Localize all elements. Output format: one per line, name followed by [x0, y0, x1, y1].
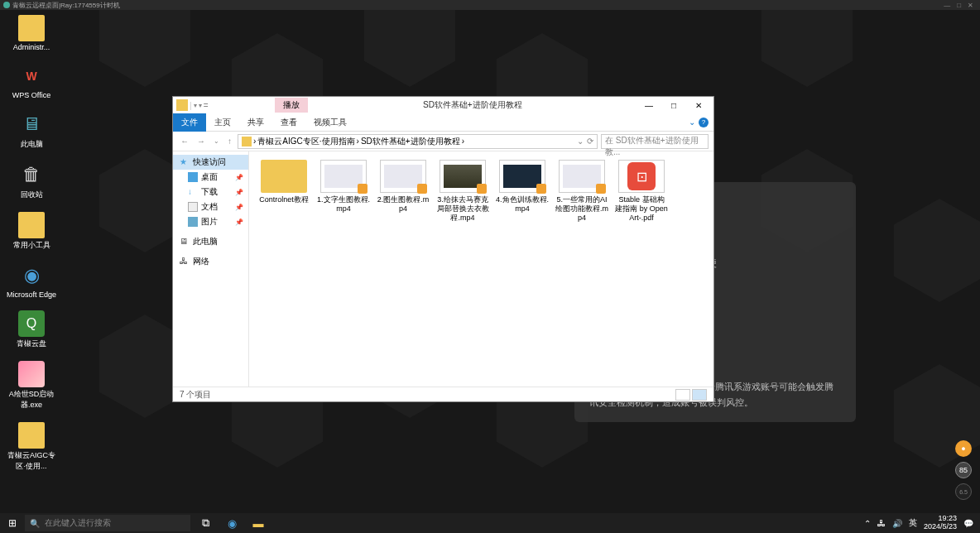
- file-item[interactable]: ⊡Stable 基础构建指南 by OpenArt-.pdf: [613, 158, 670, 223]
- minimize-button[interactable]: —: [637, 101, 661, 110]
- nav-up-button[interactable]: ↑: [225, 137, 234, 146]
- crumb-dropdown-icon[interactable]: ⌄: [577, 137, 584, 146]
- desktop-icon-label: 青椒云盘: [17, 339, 46, 349]
- desktop-icon: [188, 172, 198, 182]
- help-icon[interactable]: ?: [699, 118, 709, 127]
- sidebar-item-desktop[interactable]: 桌面📌: [173, 170, 248, 185]
- explorer-titlebar[interactable]: | ▾ ▾ = 播放 SD软件基础+进阶使用教程 — □ ✕: [173, 97, 713, 113]
- desktop-icon-label: Administr...: [13, 43, 50, 51]
- file-name: 2.图生图教程.mp4: [377, 195, 430, 214]
- taskbar-clock[interactable]: 19:23 2024/5/23: [924, 515, 957, 531]
- ime-indicator[interactable]: 英: [909, 517, 917, 529]
- side-badges: ● 85 6.5: [955, 440, 972, 500]
- file-list[interactable]: Controlnet教程1.文字生图教程.mp42.图生图教程.mp43.给抹去…: [249, 151, 713, 387]
- tab-video-tools[interactable]: 视频工具: [305, 113, 355, 132]
- sidebar-item-pictures[interactable]: 图片📌: [173, 214, 248, 229]
- taskbar-search-input[interactable]: 🔍 在此键入进行搜索: [25, 515, 190, 531]
- tray-volume-icon[interactable]: 🔊: [892, 519, 902, 528]
- folder-icon: [242, 137, 252, 146]
- desktop-icon[interactable]: 🖥此电脑: [5, 111, 58, 150]
- remote-min-icon[interactable]: —: [944, 2, 950, 9]
- sidebar-this-pc[interactable]: 🖥此电脑: [173, 234, 248, 249]
- pin-icon: 📌: [235, 189, 243, 196]
- folder-icon: [261, 160, 307, 193]
- search-input[interactable]: 在 SD软件基础+进阶使用教...: [601, 134, 709, 149]
- pc-icon: 🖥: [180, 237, 190, 247]
- desktop-icon-label: 回收站: [21, 190, 43, 200]
- start-button[interactable]: ⊞: [0, 517, 25, 529]
- refresh-icon[interactable]: ⟳: [587, 137, 593, 146]
- ribbon-expand-icon[interactable]: ⌄: [689, 118, 695, 127]
- view-details-button[interactable]: [675, 389, 690, 401]
- file-item[interactable]: 3.给抹去马赛克局部替换去衣教程.mp4: [435, 158, 491, 223]
- action-center-icon[interactable]: 💬: [963, 519, 973, 528]
- desktop-icon-grid: Administr...WWPS Office🖥此电脑🗑回收站常用小工具◉Mic…: [5, 15, 58, 472]
- desktop-icon[interactable]: WWPS Office: [5, 63, 58, 99]
- maximize-button[interactable]: □: [662, 101, 685, 110]
- desktop-icon[interactable]: Administr...: [5, 15, 58, 51]
- close-button[interactable]: ✕: [687, 101, 710, 110]
- taskbar-explorer-icon[interactable]: ▬: [247, 517, 270, 530]
- play-contextual-tab[interactable]: 播放: [275, 98, 308, 113]
- desktop-icon[interactable]: A绘世SD启动器.exe: [5, 361, 58, 411]
- anime-icon: [18, 361, 45, 387]
- crumb-sep: ›: [357, 137, 359, 146]
- badge-orange[interactable]: ●: [955, 440, 972, 457]
- qat-overflow[interactable]: =: [204, 101, 209, 110]
- remote-max-icon[interactable]: □: [957, 2, 961, 9]
- tray-overflow-icon[interactable]: ⌃: [864, 519, 871, 528]
- status-bar: 7 个项目: [173, 387, 713, 401]
- pc-icon: 🖥: [18, 111, 45, 137]
- tab-view[interactable]: 查看: [272, 113, 305, 132]
- qat-dropdown-icon[interactable]: ▾ ▾: [194, 102, 202, 109]
- file-item[interactable]: Controlnet教程: [256, 158, 312, 223]
- file-item[interactable]: 2.图生图教程.mp4: [375, 158, 431, 223]
- file-name: 3.给抹去马赛克局部替换去衣教程.mp4: [436, 195, 489, 222]
- sidebar-item-documents[interactable]: 文档📌: [173, 199, 248, 214]
- address-bar-row: ← → ⌄ ↑ › 青椒云AIGC专区·使用指南 › SD软件基础+进阶使用教程…: [173, 132, 713, 151]
- window-title: SD软件基础+进阶使用教程: [423, 99, 522, 111]
- remote-close-icon[interactable]: ✕: [968, 2, 973, 9]
- file-item[interactable]: 5.一些常用的AI绘图功能教程.mp4: [554, 158, 610, 223]
- nav-forward-button[interactable]: →: [195, 137, 208, 146]
- wps-icon: W: [18, 63, 45, 89]
- video-thumbnail: [320, 160, 367, 193]
- tray-network-icon[interactable]: 🖧: [877, 519, 886, 528]
- crumb-sep: ›: [462, 137, 464, 146]
- star-icon: ★: [180, 157, 190, 167]
- folder-icon: [18, 15, 45, 41]
- desktop-icon[interactable]: 常用小工具: [5, 212, 58, 251]
- sidebar-network[interactable]: 🖧网络: [173, 254, 248, 269]
- search-icon: 🔍: [30, 519, 40, 528]
- tab-file[interactable]: 文件: [173, 113, 206, 132]
- breadcrumb-item[interactable]: SD软件基础+进阶使用教程: [361, 136, 460, 147]
- folder-icon: [176, 99, 188, 111]
- file-item[interactable]: 1.文字生图教程.mp4: [315, 158, 372, 223]
- pin-icon: 📌: [235, 218, 243, 226]
- tab-home[interactable]: 主页: [206, 113, 239, 132]
- desktop-icon[interactable]: 青椒云AIGC专区·使用...: [5, 422, 58, 472]
- nav-back-button[interactable]: ←: [178, 137, 191, 146]
- sidebar-item-downloads[interactable]: ↓下载📌: [173, 185, 248, 199]
- task-view-button[interactable]: ⧉: [194, 516, 217, 530]
- desktop-icon[interactable]: 🗑回收站: [5, 161, 58, 200]
- view-icons-button[interactable]: [692, 389, 707, 401]
- tab-share[interactable]: 共享: [239, 113, 272, 132]
- remote-desktop-titlebar: 青椒云远程桌面|Ray:1774559计时机 — □ ✕: [0, 0, 980, 10]
- breadcrumb-bar[interactable]: › 青椒云AIGC专区·使用指南 › SD软件基础+进阶使用教程 › ⌄ ⟳: [238, 134, 598, 149]
- green-icon: Q: [18, 310, 45, 337]
- nav-recent-icon[interactable]: ⌄: [211, 137, 222, 145]
- file-name: Stable 基础构建指南 by OpenArt-.pdf: [615, 195, 668, 222]
- pin-icon: 📌: [235, 174, 243, 181]
- desktop-icon[interactable]: Q青椒云盘: [5, 310, 58, 349]
- desktop-icon-label: Microsoft Edge: [7, 291, 56, 299]
- badge-rating[interactable]: 6.5: [955, 483, 972, 500]
- file-explorer-window: | ▾ ▾ = 播放 SD软件基础+进阶使用教程 — □ ✕ 文件 主页 共享 …: [172, 96, 714, 402]
- file-item[interactable]: 4.角色训练教程.mp4: [494, 158, 550, 223]
- sidebar-quick-access[interactable]: ★ 快速访问: [173, 155, 248, 170]
- breadcrumb-item[interactable]: 青椒云AIGC专区·使用指南: [257, 136, 354, 147]
- badge-score[interactable]: 85: [955, 462, 972, 478]
- desktop-icon[interactable]: ◉Microsoft Edge: [5, 262, 58, 299]
- file-name: 5.一些常用的AI绘图功能教程.mp4: [555, 195, 608, 222]
- taskbar-edge-icon[interactable]: ◉: [220, 517, 243, 530]
